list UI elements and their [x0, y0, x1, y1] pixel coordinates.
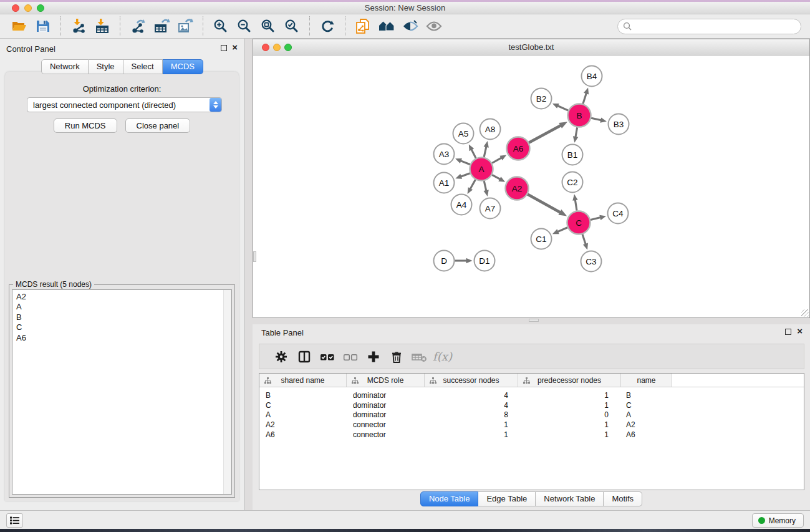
- column-header-shared-name[interactable]: shared name: [259, 374, 347, 387]
- graph-node-B3[interactable]: B3: [609, 114, 629, 135]
- float-panel-icon[interactable]: [221, 45, 227, 51]
- graph-node-C[interactable]: C: [567, 211, 591, 235]
- minimize-window-button[interactable]: [273, 44, 281, 51]
- table-settings-button[interactable]: [269, 347, 292, 366]
- column-header-name[interactable]: name: [621, 374, 672, 387]
- tab-style[interactable]: Style: [89, 59, 123, 74]
- deselect-all-button[interactable]: [339, 347, 362, 366]
- delete-column-button[interactable]: [385, 347, 408, 366]
- tab-edge-table[interactable]: Edge Table: [478, 491, 536, 506]
- graph-edge-A-A4[interactable]: [470, 180, 476, 189]
- cyndex-browse-button[interactable]: [375, 16, 398, 37]
- show-columns-button[interactable]: [292, 347, 316, 366]
- graph-edge-C-C3[interactable]: [582, 235, 586, 244]
- close-window-button[interactable]: [12, 4, 19, 12]
- search-input[interactable]: [632, 22, 801, 31]
- close-panel-icon[interactable]: ×: [797, 326, 803, 336]
- graph-edge-A-A5[interactable]: [471, 149, 476, 158]
- graph-node-C3[interactable]: C3: [581, 251, 602, 272]
- select-all-button[interactable]: [316, 347, 339, 366]
- graph-node-A3[interactable]: A3: [434, 144, 455, 165]
- graph-node-B[interactable]: B: [568, 104, 591, 127]
- graph-node-C1[interactable]: C1: [531, 229, 552, 249]
- run-mcds-button[interactable]: Run MCDS: [54, 118, 117, 133]
- graph-edge-A-A7[interactable]: [484, 181, 486, 191]
- open-session-button[interactable]: [7, 16, 31, 37]
- graph-node-A2[interactable]: A2: [506, 177, 529, 200]
- result-list-item[interactable]: B: [12, 312, 231, 322]
- graph-edge-A-A1[interactable]: [461, 173, 470, 177]
- result-list-item[interactable]: A6: [12, 333, 231, 343]
- column-header-successor-nodes[interactable]: successor nodes: [425, 374, 518, 387]
- tab-network-table[interactable]: Network Table: [536, 491, 604, 506]
- result-list-item[interactable]: C: [12, 322, 231, 332]
- add-column-button[interactable]: [362, 347, 385, 366]
- result-list-item[interactable]: A2: [12, 292, 231, 302]
- search-field[interactable]: [617, 19, 801, 34]
- graph-node-A7[interactable]: A7: [480, 198, 501, 219]
- graph-node-D[interactable]: D: [434, 251, 455, 271]
- graph-node-D1[interactable]: D1: [475, 251, 495, 271]
- graph-edge-A-A3[interactable]: [460, 161, 470, 165]
- refresh-layout-button[interactable]: [316, 16, 339, 37]
- import-network-button[interactable]: [67, 16, 90, 37]
- graph-node-A[interactable]: A: [470, 158, 493, 181]
- show-eye-button[interactable]: [422, 16, 446, 37]
- graph-edge-B-B3[interactable]: [591, 118, 601, 120]
- graph-node-B1[interactable]: B1: [562, 145, 583, 165]
- graph-node-C4[interactable]: C4: [608, 203, 629, 224]
- column-header-predecessor-nodes[interactable]: predecessor nodes: [518, 374, 621, 387]
- graph-edge-A-A6[interactable]: [492, 158, 501, 163]
- show-hide-graphics-button[interactable]: [398, 16, 422, 37]
- zoom-in-button[interactable]: [209, 16, 233, 37]
- graph-node-A5[interactable]: A5: [453, 123, 474, 144]
- minimize-window-button[interactable]: [24, 4, 32, 12]
- graph-edge-C-C2[interactable]: [575, 200, 577, 211]
- delete-table-button[interactable]: [408, 347, 431, 366]
- table-row[interactable]: Adominator80A: [259, 410, 804, 420]
- tab-select[interactable]: Select: [123, 59, 163, 74]
- graph-edge-B-B2[interactable]: [557, 106, 568, 111]
- result-scrollbar[interactable]: [223, 290, 231, 494]
- graph-edge-B-B1[interactable]: [576, 127, 577, 137]
- save-session-button[interactable]: [31, 16, 55, 37]
- column-header-MCDS-role[interactable]: MCDS role: [347, 374, 425, 387]
- table-row[interactable]: A2connector11A2: [259, 420, 804, 430]
- graph-node-B4[interactable]: B4: [582, 66, 602, 87]
- graph-edge-A6-B[interactable]: [529, 125, 561, 143]
- memory-button[interactable]: Memory: [752, 513, 804, 528]
- table-row[interactable]: Bdominator41B: [259, 391, 804, 401]
- graph-node-A1[interactable]: A1: [434, 173, 455, 193]
- tab-network[interactable]: Network: [41, 59, 89, 74]
- split-resize-handle[interactable]: [529, 319, 539, 322]
- result-list-item[interactable]: A: [12, 302, 231, 312]
- zoom-selected-button[interactable]: [280, 16, 304, 37]
- panel-resize-handle[interactable]: [253, 251, 256, 262]
- close-panel-button[interactable]: Close panel: [125, 118, 191, 133]
- graph-node-C2[interactable]: C2: [562, 172, 583, 193]
- tab-mcds[interactable]: MCDS: [163, 59, 203, 74]
- table-row[interactable]: A6connector11A6: [259, 430, 804, 440]
- graph-node-B2[interactable]: B2: [531, 89, 552, 109]
- network-from-selection-button[interactable]: [351, 16, 375, 37]
- graph-edge-B-B4[interactable]: [583, 93, 586, 104]
- graph-edge-C-C4[interactable]: [591, 218, 600, 220]
- zoom-window-button[interactable]: [284, 44, 292, 51]
- export-table-button[interactable]: [150, 16, 173, 37]
- import-table-button[interactable]: [90, 16, 114, 37]
- float-panel-icon[interactable]: [785, 329, 791, 335]
- tab-node-table[interactable]: Node Table: [420, 491, 479, 506]
- table-row[interactable]: Cdominator41C: [259, 401, 804, 411]
- graph-node-A4[interactable]: A4: [451, 195, 472, 215]
- zoom-fit-button[interactable]: [256, 16, 280, 37]
- show-panel-list-button[interactable]: [6, 513, 23, 528]
- function-builder-button[interactable]: f(x): [431, 347, 454, 366]
- graph-edge-C-C1[interactable]: [557, 228, 567, 232]
- export-network-button[interactable]: [126, 16, 150, 37]
- graph-edge-A-A8[interactable]: [484, 147, 486, 157]
- close-panel-icon[interactable]: ×: [232, 42, 238, 52]
- zoom-window-button[interactable]: [37, 4, 44, 12]
- graph-node-A8[interactable]: A8: [480, 119, 501, 140]
- network-canvas[interactable]: B4B2BB3A5A8A6A3B1AA1C2A2A4A7C4CC1C3DD1: [253, 56, 809, 317]
- close-window-button[interactable]: [262, 44, 269, 51]
